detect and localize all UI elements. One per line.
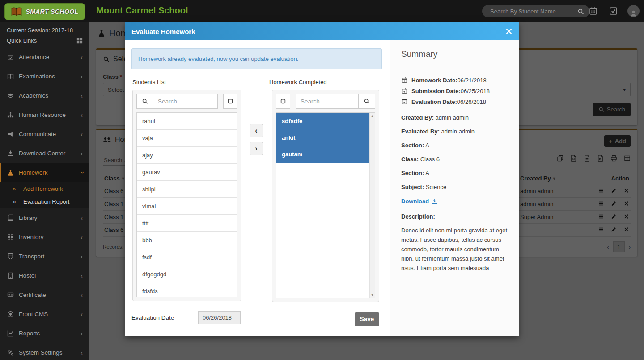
- sidebar-item[interactable]: Download Center ‹: [0, 144, 89, 163]
- student-item[interactable]: fsdf: [137, 249, 237, 266]
- homework-completed-panel: sdfsdfeankitgautam ▴ ▾: [272, 90, 379, 302]
- sidebar-item-icon: [7, 214, 14, 222]
- chevron-icon: ‹: [80, 253, 83, 260]
- student-item[interactable]: shilpi: [137, 181, 237, 198]
- completed-item-selected[interactable]: ankit: [276, 129, 369, 146]
- chevron-icon: ‹: [80, 311, 83, 317]
- sidebar-item[interactable]: System Settings ‹: [0, 343, 89, 360]
- chevron-left-icon: ‹: [255, 127, 257, 135]
- students-search-button[interactable]: [136, 94, 153, 109]
- modal-header: Evaluate Homework: [125, 22, 519, 40]
- sidebar-item-icon: [7, 291, 14, 299]
- search-icon: [142, 98, 148, 104]
- chevron-icon: ‹: [80, 73, 83, 80]
- download-icon: [432, 198, 438, 205]
- checkbox-icon: [280, 98, 286, 104]
- summary-panel: Summary Homework Date:06/21/2018 Submiss…: [390, 40, 519, 336]
- student-search-input[interactable]: [489, 8, 577, 15]
- chevron-icon: ‹: [80, 272, 83, 279]
- completed-search-button[interactable]: [358, 94, 375, 109]
- completed-select-all-checkbox[interactable]: [276, 94, 290, 109]
- student-item[interactable]: vaja: [137, 130, 237, 147]
- students-search-input[interactable]: [153, 94, 218, 109]
- move-left-button[interactable]: ‹: [250, 124, 263, 137]
- sidebar-item-icon: [7, 311, 14, 318]
- student-search[interactable]: [482, 5, 589, 17]
- sidebar-item[interactable]: Communicate ‹: [0, 124, 89, 144]
- completed-search-input[interactable]: [296, 94, 358, 109]
- sidebar-item-icon: [7, 330, 14, 337]
- summary-date-row: Homework Date:06/21/2018: [401, 75, 508, 86]
- sidebar-item[interactable]: Front CMS ‹: [0, 304, 89, 324]
- summary-info-row: Subject: Science: [401, 184, 508, 190]
- completed-item-selected[interactable]: gautam: [276, 146, 369, 163]
- sidebar-item[interactable]: Transport ‹: [0, 247, 89, 266]
- student-item[interactable]: fdsfds: [137, 283, 237, 297]
- app-logo[interactable]: SMART SCHOOL: [4, 3, 85, 20]
- chevron-icon: ‹: [80, 291, 83, 298]
- student-item[interactable]: dfgdgdgd: [137, 266, 237, 283]
- summary-date-row: Evaluation Date:06/26/2018: [401, 96, 508, 107]
- summary-info-row: Section: A: [401, 142, 508, 149]
- scroll-down-icon[interactable]: ▾: [371, 293, 373, 297]
- tasks-icon[interactable]: [609, 7, 618, 15]
- search-icon[interactable]: [577, 8, 584, 15]
- students-list: rahulvajaajaygauravshilpivimalttttbbbfsd…: [136, 112, 237, 297]
- sidebar-item[interactable]: Academics ‹: [0, 86, 89, 105]
- close-icon[interactable]: [506, 28, 512, 34]
- sidebar-item[interactable]: Homework ‹: [0, 163, 89, 182]
- sidebar-item[interactable]: » Add Homework: [0, 182, 89, 195]
- sidebar-item[interactable]: Examinations ‹: [0, 67, 89, 86]
- description-label: Description:: [401, 213, 508, 220]
- student-item[interactable]: ajay: [137, 147, 237, 164]
- sidebar-item[interactable]: Hostel ‹: [0, 266, 89, 285]
- move-right-button[interactable]: ›: [250, 142, 263, 155]
- scrollbar[interactable]: ▴ ▾: [369, 113, 375, 298]
- summary-dates: Homework Date:06/21/2018 Submission Date…: [401, 75, 508, 107]
- sidebar-item[interactable]: Human Resource ‹: [0, 105, 89, 124]
- students-select-all-checkbox[interactable]: [223, 94, 237, 109]
- sidebar-item-icon: »: [12, 185, 17, 193]
- chevron-icon: ‹: [80, 150, 83, 157]
- search-icon: [364, 98, 370, 104]
- sidebar-item-icon: [7, 111, 14, 119]
- save-button[interactable]: Save: [355, 312, 379, 326]
- sidebar-item[interactable]: Inventory ‹: [0, 227, 89, 247]
- homework-completed-label: Homework Completed: [269, 79, 327, 86]
- avatar[interactable]: [627, 5, 640, 17]
- summary-date-row: Submission Date:06/25/2018: [401, 86, 508, 96]
- evaluation-date-input[interactable]: 06/26/2018: [198, 311, 241, 324]
- sidebar-item[interactable]: » Evaluation Report: [0, 195, 89, 208]
- student-item[interactable]: vimal: [137, 198, 237, 215]
- sidebar-item[interactable]: Reports ‹: [0, 324, 89, 343]
- sidebar-item-icon: [7, 349, 14, 356]
- student-item[interactable]: gaurav: [137, 164, 237, 181]
- sidebar-item-icon: [7, 73, 14, 80]
- completed-item-selected[interactable]: sdfsdfe: [276, 113, 369, 129]
- student-item[interactable]: tttt: [137, 215, 237, 232]
- download-link[interactable]: Download: [401, 198, 508, 205]
- student-item[interactable]: rahul: [137, 113, 237, 130]
- completed-list: sdfsdfeankitgautam ▴ ▾: [276, 112, 375, 298]
- grid-icon[interactable]: [76, 38, 83, 44]
- calendar-icon[interactable]: [589, 7, 597, 15]
- top-bar: SMART SCHOOL Mount Carmel School: [0, 0, 644, 22]
- student-item[interactable]: bbb: [137, 232, 237, 249]
- description-text: Donec id elit non mi porta gravida at eg…: [401, 226, 508, 273]
- sidebar: Current Session: 2017-18 Quick Links Att…: [0, 22, 89, 360]
- sidebar-item-icon: [7, 253, 14, 260]
- scroll-up-icon[interactable]: ▴: [371, 114, 373, 118]
- modal-title: Evaluate Homework: [131, 28, 195, 35]
- summary-info-row: Evaluated By: admin admin: [401, 128, 508, 135]
- chevron-icon: ‹: [80, 92, 83, 99]
- sidebar-item-icon: »: [12, 198, 17, 206]
- quick-links-label: Quick Links: [7, 37, 37, 44]
- sidebar-item[interactable]: Certificate ‹: [0, 285, 89, 304]
- quick-links[interactable]: Quick Links: [7, 37, 83, 44]
- students-list-label: Students List: [132, 79, 166, 86]
- chevron-right-icon: ›: [255, 145, 257, 153]
- sidebar-item[interactable]: Attendance ‹: [0, 47, 89, 67]
- checkbox-icon: [227, 98, 233, 104]
- summary-info: Created By: admin admin Evaluated By: ad…: [401, 114, 508, 190]
- sidebar-item[interactable]: Library ‹: [0, 208, 89, 227]
